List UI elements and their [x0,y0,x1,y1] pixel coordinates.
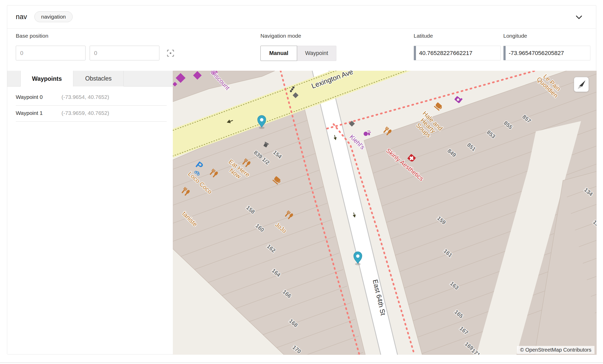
base-position-label: Base position [16,33,48,39]
nav-module-card: nav navigation Base position [7,5,596,354]
app-screen: nav navigation Base position [0,0,603,364]
latitude-input[interactable] [416,46,500,60]
base-position-x-input[interactable] [16,46,86,60]
map-attribution: © OpenStreetMap Contributors [517,346,594,354]
compass-button[interactable] [574,77,589,92]
longitude-input[interactable] [506,46,590,60]
section-divider [0,362,603,363]
longitude-accent-bar [504,46,506,60]
pick-position-button[interactable] [166,48,175,58]
waypoint-name: Waypoint 1 [16,110,43,116]
tabbar: Waypoints Obstacles [7,71,173,86]
latitude-accent-bar [414,46,416,60]
mode-manual-button[interactable]: Manual [260,46,297,61]
latitude-field [414,46,501,60]
map-graphics: P Lexington AveEast 64th StDiscountEat H… [173,71,597,355]
module-title: nav [16,5,27,28]
mode-waypoint-button[interactable]: Waypoint [297,46,336,61]
longitude-field [503,46,590,60]
waypoints-panel: Waypoint 0 (-73.9654, 40.7652) Waypoint … [7,86,173,354]
collapse-button[interactable] [574,12,584,22]
waypoint-coords: (-73.9654, 40.7652) [61,94,109,100]
tabbar-spacer [7,71,20,86]
base-position-y-input[interactable] [90,46,159,60]
navigation-mode-label: Navigation mode [260,33,301,39]
latitude-label: Latitude [414,33,433,39]
crosshair-target-icon [166,55,175,59]
tabbar-filler [124,71,173,86]
longitude-label: Longitude [503,33,527,39]
card-header: nav navigation [7,5,596,29]
waypoint-list-item[interactable]: Waypoint 0 (-73.9654, 40.7652) [7,90,173,106]
waypoint-list-item[interactable]: Waypoint 1 (-73.9659, 40.7652) [7,106,173,122]
tab-waypoints[interactable]: Waypoints [20,71,73,87]
waypoint-coords: (-73.9659, 40.7652) [61,110,109,116]
waypoint-name: Waypoint 0 [16,94,43,100]
chevron-down-icon [574,19,584,23]
module-type-badge: navigation [34,11,73,22]
tab-obstacles[interactable]: Obstacles [73,71,124,86]
map-canvas[interactable]: P Lexington AveEast 64th StDiscountEat H… [173,71,597,355]
navigation-mode-toggle: Manual Waypoint [260,46,336,61]
